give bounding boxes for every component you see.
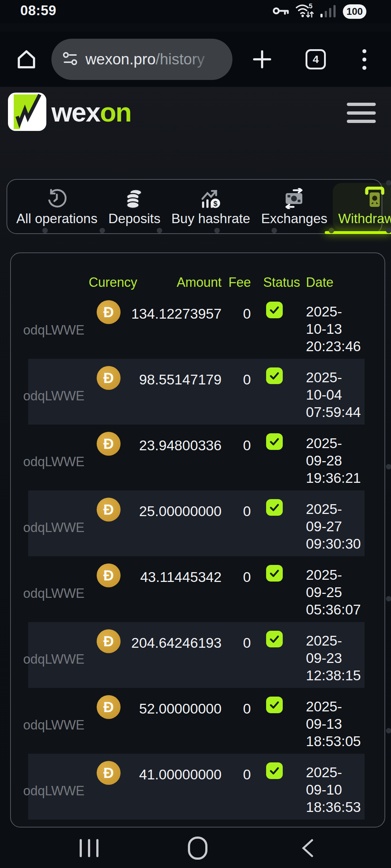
battery-indicator: 100 (343, 4, 366, 19)
key-icon (273, 4, 289, 20)
url-host: wexon.pro (85, 51, 156, 68)
signal-bars-icon (320, 4, 337, 20)
amount-value: 23.94800336 (139, 438, 222, 454)
date-value: 2025-09-1318:53:05 (306, 698, 361, 750)
tab-withdrawals[interactable]: Withdrawals (333, 183, 391, 230)
tab-counter[interactable]: 4 (306, 49, 326, 69)
status-check-icon (266, 433, 283, 450)
tab-exchanges[interactable]: Exchanges (256, 183, 333, 230)
home-pill-icon[interactable] (176, 828, 219, 868)
fee-value: 0 (243, 372, 251, 388)
table-row: odqLWWE Đ 43.11445342 0 2025-09-2505:36:… (11, 556, 384, 622)
amount-value: 43.11445342 (140, 569, 222, 585)
status-check-icon (266, 302, 283, 318)
browser-toolbar: wexon.pro/history 4 (0, 32, 391, 87)
fee-value: 0 (243, 503, 251, 519)
fee-value: 0 (243, 767, 251, 783)
table-rows: odqLWWE Đ 134.12273957 0 2025-10-1320:23… (11, 293, 384, 820)
wifi-5-arrows-icon: 5 (295, 3, 314, 21)
decor-dot (386, 728, 391, 733)
amount-value: 41.00000000 (139, 767, 222, 783)
date-value: 2025-09-2709:30:30 (306, 501, 361, 553)
tab-deposits[interactable]: Deposits (103, 183, 166, 230)
dogecoin-icon: Đ (97, 498, 121, 522)
tab-bar: All operations Deposits $ Buy hashrate E… (7, 179, 382, 234)
wallet-address-fragment: odqLWWE (23, 586, 84, 601)
dogecoin-icon: Đ (97, 695, 121, 719)
chart-dollar-icon: $ (199, 187, 222, 209)
status-check-icon (266, 367, 283, 384)
date-value: 2025-09-2819:36:21 (306, 435, 361, 487)
wallet-address-fragment: odqLWWE (23, 520, 84, 535)
decor-dots (0, 228, 391, 234)
table-row: odqLWWE Đ 98.55147179 0 2025-10-0407:59:… (11, 359, 384, 425)
dogecoin-icon: Đ (97, 563, 121, 587)
col-header-currency: Curency (89, 275, 137, 290)
recents-icon[interactable] (67, 828, 111, 868)
decor-dot (386, 464, 391, 469)
clock-text: 08:59 (20, 3, 56, 18)
url-text: wexon.pro/history (85, 51, 216, 68)
fee-value: 0 (243, 569, 251, 585)
svg-text:$: $ (214, 200, 218, 208)
date-value: 2025-09-2505:36:07 (306, 566, 361, 618)
date-value: 2025-09-2312:38:15 (306, 632, 361, 684)
date-value: 2025-10-0407:59:44 (306, 369, 361, 421)
site-header: wexon (0, 90, 391, 152)
hamburger-menu-icon[interactable] (347, 101, 376, 124)
table-row: odqLWWE Đ 23.94800336 0 2025-09-2819:36:… (11, 425, 384, 490)
tab-all-operations[interactable]: All operations (11, 183, 103, 230)
table-row: odqLWWE Đ 204.64246193 0 2025-09-2312:38… (11, 622, 384, 688)
atm-icon (364, 187, 386, 209)
fee-value: 0 (243, 701, 251, 717)
wexon-logo-icon (8, 93, 46, 131)
withdrawals-history-table[interactable]: Curency Amount Fee Status Date odqLWWE Đ… (10, 252, 385, 827)
status-check-icon (266, 565, 283, 582)
decor-dot (386, 596, 391, 601)
col-header-amount: Amount (177, 275, 222, 290)
amount-value: 204.64246193 (131, 635, 222, 651)
webpage: wexon All operations Deposits $ Buy hash… (0, 87, 391, 828)
amount-value: 134.12273957 (131, 306, 222, 322)
back-chevron-icon[interactable] (286, 828, 329, 868)
svg-text:5: 5 (309, 3, 312, 10)
amount-value: 98.55147179 (139, 372, 222, 388)
home-icon[interactable] (15, 48, 38, 71)
amount-value: 25.00000000 (139, 503, 222, 519)
wallet-address-fragment: odqLWWE (23, 718, 84, 733)
wallet-address-fragment: odqLWWE (23, 454, 84, 469)
kebab-menu-icon[interactable] (357, 48, 371, 71)
col-header-date: Date (306, 275, 333, 290)
android-nav-bar (0, 828, 391, 868)
brand-wordmark: wexon (51, 97, 131, 128)
banknote-arrows-icon (283, 187, 306, 209)
fee-value: 0 (243, 635, 251, 651)
wallet-address-fragment: odqLWWE (23, 783, 84, 799)
status-check-icon (266, 697, 283, 713)
status-check-icon (266, 762, 283, 779)
wallet-address-fragment: odqLWWE (23, 388, 84, 404)
decor-dot (386, 180, 391, 186)
date-value: 2025-10-1320:23:46 (306, 303, 361, 355)
amount-value: 52.00000000 (139, 701, 222, 717)
status-check-icon (266, 499, 283, 516)
dogecoin-icon: Đ (97, 432, 121, 456)
wallet-address-fragment: odqLWWE (23, 323, 84, 338)
col-header-status: Status (263, 275, 300, 290)
table-row: odqLWWE Đ 41.00000000 0 2025-09-1018:36:… (11, 754, 384, 820)
tune-icon (62, 51, 78, 68)
dogecoin-icon: Đ (97, 629, 121, 653)
history-icon (46, 187, 67, 209)
table-row: odqLWWE Đ 134.12273957 0 2025-10-1320:23… (11, 293, 384, 359)
phone-screen: 08:59 5 1 (0, 0, 391, 868)
col-header-fee: Fee (228, 275, 251, 290)
coins-icon (123, 187, 145, 209)
fee-value: 0 (243, 438, 251, 454)
dogecoin-icon: Đ (97, 300, 121, 324)
url-bar[interactable]: wexon.pro/history (51, 39, 232, 80)
status-check-icon (266, 631, 283, 647)
fee-value: 0 (243, 306, 251, 322)
wallet-address-fragment: odqLWWE (23, 652, 84, 667)
new-tab-plus-icon[interactable] (251, 48, 273, 70)
tab-buy-hashrate[interactable]: $ Buy hashrate (166, 183, 256, 230)
